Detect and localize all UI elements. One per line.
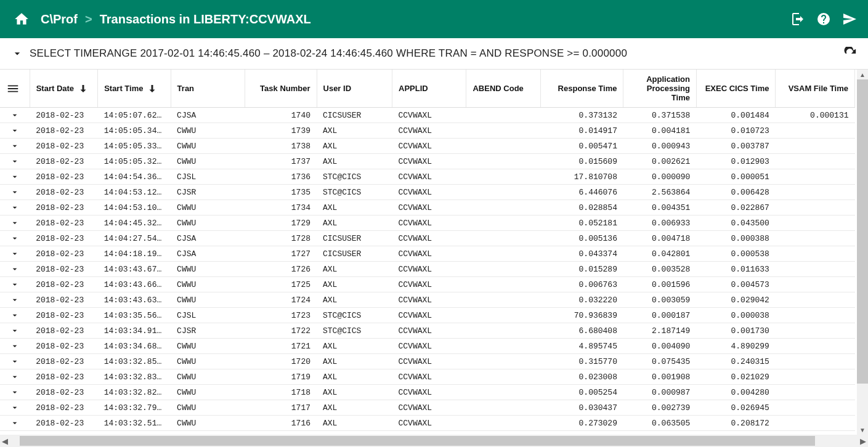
row-expand-icon[interactable] [0,123,30,139]
col-start-date[interactable]: Start Date [30,70,97,108]
col-app-proc-time[interactable]: Application Processing Time [623,70,696,108]
cell-start-time: 14:03:32.82… [98,385,171,400]
cell-app-proc-time: 0.075435 [623,354,696,369]
scroll-left-arrow-icon[interactable]: ◀ [0,436,10,446]
row-expand-icon[interactable] [0,108,30,123]
cell-task-number: 1719 [245,369,317,385]
cell-task-number: 1725 [245,277,317,292]
cell-start-date: 2018-02-23 [30,385,97,400]
row-expand-icon[interactable] [0,339,30,354]
table-scroll-area[interactable]: Start Date Start Time Tran Task Number U… [0,70,868,435]
hamburger-icon [6,82,23,95]
top-bar: C\Prof > Transactions in LIBERTY:CCVWAXL [0,0,868,38]
col-user-id[interactable]: User ID [317,70,392,108]
cell-user-id: AXL [317,354,392,369]
horizontal-scroll-thumb[interactable] [20,436,815,446]
table-row: 2018-02-2314:03:32.46…CWWU1715AXLCCVWAXL… [0,431,855,435]
cell-response-time: 0.014917 [540,123,623,139]
cell-tran: CWWU [171,215,245,231]
cell-applid: CCVWAXL [392,231,466,246]
row-expand-icon[interactable] [0,262,30,277]
cell-exec-cics-time: 0.000388 [696,231,776,246]
row-expand-icon[interactable] [0,292,30,308]
cell-task-number: 1734 [245,200,317,215]
cell-app-proc-time: 0.001908 [623,369,696,385]
row-expand-icon[interactable] [0,215,30,231]
row-expand-icon[interactable] [0,323,30,339]
cell-abend-code [466,292,540,308]
cell-app-proc-time: 0.004090 [623,339,696,354]
logout-icon[interactable] [790,12,805,26]
cell-exec-cics-time: 0.012903 [696,154,776,169]
row-expand-icon[interactable] [0,354,30,369]
cell-exec-cics-time: 0.000051 [696,169,776,185]
scroll-right-arrow-icon[interactable]: ▶ [858,436,868,446]
cell-start-date: 2018-02-23 [30,231,97,246]
cell-task-number: 1724 [245,292,317,308]
help-icon[interactable] [816,12,831,26]
scroll-up-arrow-icon[interactable]: ▲ [857,70,868,79]
cell-vsam-file-time: 0.000131 [776,108,855,123]
col-tran-label: Tran [177,84,194,93]
cell-exec-cics-time: 0.000038 [696,308,776,323]
row-expand-icon[interactable] [0,200,30,215]
row-expand-icon[interactable] [0,308,30,323]
cell-app-proc-time: 0.003059 [623,292,696,308]
col-applid[interactable]: APPLID [392,70,466,108]
horizontal-scrollbar[interactable]: ◀ ▶ [0,435,868,447]
col-exec-cics-time[interactable]: EXEC CICS Time [696,70,776,108]
col-vsam-file-time[interactable]: VSAM File Time [776,70,855,108]
table-row: 2018-02-2314:03:34.68…CWWU1721AXLCCVWAXL… [0,339,855,354]
scroll-down-arrow-icon[interactable]: ▼ [857,425,868,435]
cell-applid: CCVWAXL [392,108,466,123]
cell-applid: CCVWAXL [392,277,466,292]
col-task-number[interactable]: Task Number [245,70,317,108]
refresh-icon[interactable] [843,47,857,60]
row-expand-icon[interactable] [0,246,30,262]
col-response-time[interactable]: Response Time [540,70,623,108]
cell-user-id: AXL [317,385,392,400]
row-expand-icon[interactable] [0,154,30,169]
row-expand-icon[interactable] [0,139,30,154]
cell-start-time: 14:04:27.54… [98,231,171,246]
cell-app-proc-time: 0.004181 [623,123,696,139]
col-tran[interactable]: Tran [171,70,245,108]
cell-user-id: CICSUSER [317,108,392,123]
cell-start-time: 14:03:32.83… [98,369,171,385]
row-expand-icon[interactable] [0,185,30,200]
column-menu[interactable] [0,70,30,108]
transactions-table: Start Date Start Time Tran Task Number U… [0,70,855,435]
cell-tran: CWWU [171,385,245,400]
row-expand-icon[interactable] [0,277,30,292]
cell-applid: CCVWAXL [392,200,466,215]
filter-bar: SELECT TIMERANGE 2017-02-01 14:46:45.460… [0,38,868,70]
cell-start-time: 14:04:45.32… [98,215,171,231]
cell-tran: CWWU [171,431,245,435]
vertical-scroll-thumb[interactable] [857,79,868,384]
col-abend-code[interactable]: ABEND Code [466,70,540,108]
cell-user-id: STC@CICS [317,308,392,323]
col-applid-label: APPLID [399,84,428,93]
send-icon[interactable] [842,12,857,26]
row-expand-icon[interactable] [0,431,30,435]
breadcrumb-root[interactable]: C\Prof [41,12,78,26]
home-icon[interactable] [14,11,30,27]
cell-user-id: STC@CICS [317,185,392,200]
row-expand-icon[interactable] [0,369,30,385]
cell-user-id: AXL [317,339,392,354]
cell-start-time: 14:04:54.36… [98,169,171,185]
cell-start-date: 2018-02-23 [30,431,97,435]
filter-query[interactable]: SELECT TIMERANGE 2017-02-01 14:46:45.460… [30,47,627,60]
cell-abend-code [466,215,540,231]
vertical-scrollbar[interactable]: ▲ ▼ [857,70,868,435]
row-expand-icon[interactable] [0,385,30,400]
expand-filter-icon[interactable] [11,47,23,60]
row-expand-icon[interactable] [0,416,30,431]
col-start-time[interactable]: Start Time [98,70,171,108]
row-expand-icon[interactable] [0,169,30,185]
cell-applid: CCVWAXL [392,154,466,169]
row-expand-icon[interactable] [0,231,30,246]
cell-start-date: 2018-02-23 [30,139,97,154]
row-expand-icon[interactable] [0,400,30,416]
cell-vsam-file-time [776,139,855,154]
